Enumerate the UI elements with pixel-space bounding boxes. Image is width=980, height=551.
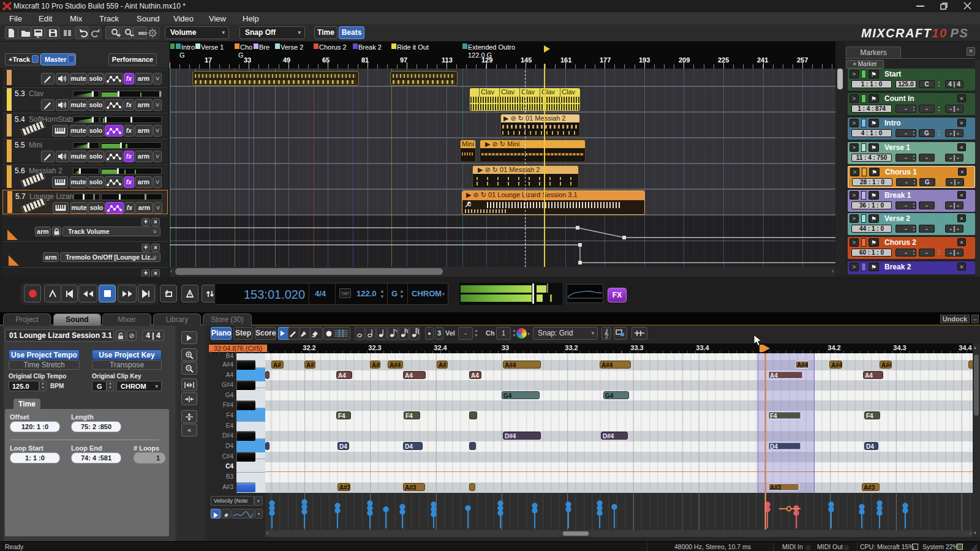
svg-text:MIDI: MIDI bbox=[138, 31, 147, 36]
